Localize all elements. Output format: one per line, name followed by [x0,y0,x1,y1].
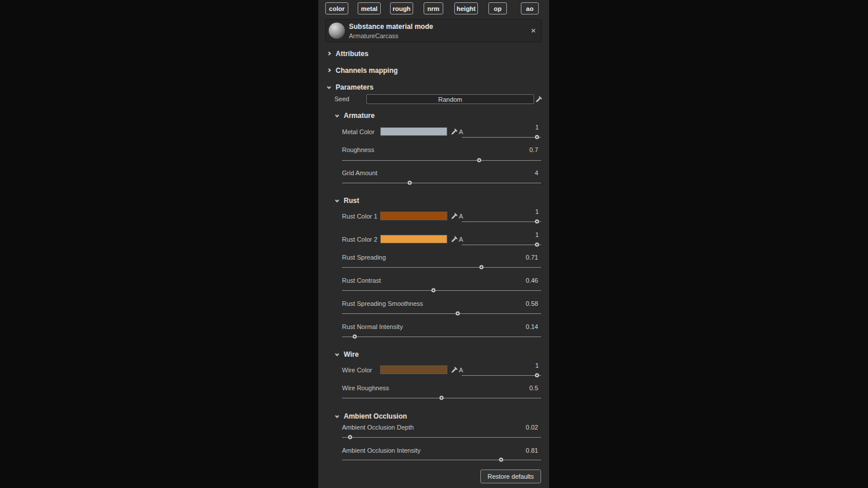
param-value: 0.5 [529,384,541,392]
alpha-slider-track[interactable] [462,221,541,222]
slider-handle[interactable] [477,158,481,162]
param-row-rust-contrast: Rust Contrast 0.46 [342,276,541,284]
slider-handle[interactable] [499,458,503,462]
chevron-right-icon [326,51,332,56]
param-row-rust-color-2: Rust Color 2 A 1 [342,231,541,247]
material-preview-thumbnail [329,23,345,39]
param-value: 0.7 [529,146,541,154]
rust-normal-intensity-slider-track[interactable] [342,337,541,337]
param-row-metal-color: Metal Color A 1 [342,124,541,140]
alpha-slider[interactable]: 1 [462,208,541,224]
slider-handle[interactable] [353,335,357,339]
channel-button-op[interactable]: op [488,2,507,14]
slider-handle[interactable] [432,289,436,293]
slider-handle[interactable] [348,435,352,439]
param-row-grid-amount: Grid Amount 4 [342,169,541,177]
material-header-card: Substance material mode ArmatureCarcass … [325,19,542,42]
edit-icon[interactable] [535,95,542,102]
chevron-down-icon [326,84,332,90]
chevron-down-icon [334,352,340,357]
rust-contrast-slider-track[interactable] [342,290,541,291]
seed-input[interactable] [366,94,534,104]
param-row-rust-spreading-smoothness: Rust Spreading Smoothness 0.58 [342,300,541,308]
alpha-value: 1 [535,231,539,239]
slider-handle[interactable] [535,135,539,139]
group-title-rust: Rust [344,197,359,205]
slider-handle[interactable] [440,396,444,400]
channel-button-color[interactable]: color [325,2,348,14]
material-name: ArmatureCarcass [349,32,399,39]
close-icon[interactable]: × [531,25,536,36]
param-row-rust-color-1: Rust Color 1 A 1 [342,208,541,224]
slider-handle[interactable] [535,374,539,378]
seed-label: Seed [334,95,350,102]
group-title-armature: Armature [344,112,374,120]
wire-roughness-slider-track[interactable] [342,398,541,398]
param-value: 0.81 [526,446,541,454]
section-label-parameters: Parameters [336,83,373,91]
channel-button-nrm[interactable]: nrm [424,2,443,14]
chevron-right-icon [326,68,332,73]
param-label: Roughness [342,146,374,154]
rust-spreading-smoothness-slider-track[interactable] [342,313,541,314]
slider-handle[interactable] [535,220,539,224]
param-label: Rust Normal Intensity [342,323,403,331]
param-row-roughness: Roughness 0.7 [342,146,541,154]
channel-button-metal[interactable]: metal [358,2,381,14]
chevron-down-icon [334,113,340,118]
param-label: Ambient Occlusion Depth [342,423,414,431]
ao-depth-slider-track[interactable] [342,437,541,438]
param-value: 4 [535,169,541,177]
metal-color-swatch[interactable] [380,127,447,136]
param-row-wire-color: Wire Color A 1 [342,362,541,378]
section-channels-mapping[interactable]: Channels mapping [326,66,398,75]
param-row-ao-depth: Ambient Occlusion Depth 0.02 [342,423,541,431]
group-header-rust[interactable]: Rust [334,196,359,205]
rust-spreading-slider-track[interactable] [342,267,541,268]
eyedropper-icon[interactable] [451,367,458,374]
param-label: Metal Color [342,128,374,136]
param-row-rust-spreading: Rust Spreading 0.71 [342,253,541,261]
panel-title: Substance material mode [349,23,433,31]
group-header-armature[interactable]: Armature [334,111,374,120]
eyedropper-icon[interactable] [451,213,458,220]
roughness-slider-track[interactable] [342,160,541,161]
param-value: 0.02 [526,423,541,431]
alpha-slider-track[interactable] [462,245,541,245]
section-parameters[interactable]: Parameters [326,83,373,91]
alpha-slider[interactable]: 1 [462,124,541,140]
restore-defaults-button[interactable]: Restore defaults [480,469,541,483]
section-label-attributes: Attributes [336,50,369,58]
rust-color-1-swatch[interactable] [380,212,447,220]
param-row-wire-roughness: Wire Roughness 0.5 [342,384,541,392]
param-label: Rust Spreading Smoothness [342,300,423,308]
alpha-slider[interactable]: 1 [462,362,541,378]
ao-intensity-slider-track[interactable] [342,460,541,460]
alpha-slider-track[interactable] [462,375,541,376]
alpha-slider-track[interactable] [462,137,541,138]
eyedropper-icon[interactable] [451,236,458,243]
param-label: Rust Color 2 [342,235,377,243]
grid-amount-slider-track[interactable] [342,183,541,183]
slider-handle[interactable] [479,265,483,269]
group-title-ambient-occlusion: Ambient Occlusion [344,412,407,420]
alpha-value: 1 [535,124,539,131]
slider-handle[interactable] [407,181,411,185]
param-label: Rust Contrast [342,276,381,284]
param-value: 0.14 [526,323,541,331]
channel-button-height[interactable]: height [454,2,478,14]
group-header-ambient-occlusion[interactable]: Ambient Occlusion [334,412,407,420]
group-header-wire[interactable]: Wire [334,350,359,358]
param-row-ao-intensity: Ambient Occlusion Intensity 0.81 [342,446,541,454]
param-label: Ambient Occlusion Intensity [342,446,421,454]
alpha-slider[interactable]: 1 [462,231,541,247]
slider-handle[interactable] [455,312,459,316]
wire-color-swatch[interactable] [380,365,447,374]
eyedropper-icon[interactable] [451,128,458,135]
param-label: Grid Amount [342,169,377,177]
section-attributes[interactable]: Attributes [326,49,369,58]
rust-color-2-swatch[interactable] [380,235,447,243]
channel-button-rough[interactable]: rough [390,2,413,14]
channel-button-ao[interactable]: ao [521,2,539,14]
slider-handle[interactable] [535,243,539,247]
